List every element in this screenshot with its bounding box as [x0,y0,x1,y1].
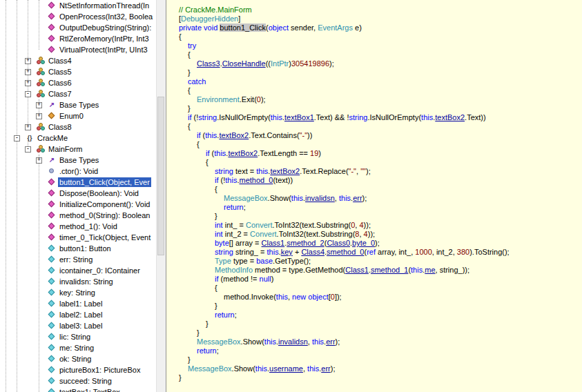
tree-item[interactable]: InitializeComponent(): Void [0,199,157,210]
code-reference-link[interactable]: Class1 [262,239,285,247]
tree-item[interactable]: err: String [0,254,157,265]
code-reference-link[interactable]: Class3 [197,59,220,68]
tree-item[interactable]: -MainForm [0,144,157,155]
tree-item[interactable]: .ctor(): Void [0,166,157,177]
code-line: } [179,68,582,77]
expander-slot: + [25,69,36,75]
tree-item[interactable]: invalidsn: String [0,276,157,287]
code-reference-link[interactable]: CloseHandle [222,59,266,68]
field-icon [47,342,57,353]
tree-item[interactable]: OpenProcess(Int32, Boolea [0,11,157,22]
collapse-icon[interactable]: - [25,146,31,153]
code-reference-link[interactable]: textBox1 [284,113,314,121]
code-reference-link[interactable]: Class0 [327,239,350,247]
code-text: ); [336,337,340,346]
expand-icon[interactable]: + [36,113,42,119]
tree-item[interactable]: +Enum0 [0,110,157,121]
class-icon [36,66,46,77]
code-text: (! [192,113,199,121]
tree-item[interactable]: label2: Label [0,309,157,320]
code-reference-link[interactable]: textBox2 [270,167,300,175]
method-icon [47,22,57,33]
code-keyword: string [215,248,233,256]
tree-item[interactable]: textBox1: TextBox [0,386,157,392]
code-type: Convert [250,230,277,238]
code-reference-link[interactable]: invalidsn [305,194,335,202]
decompiled-code-panel[interactable]: // CrackMe.MainForm[DebuggerHidden]priva… [166,0,582,392]
tree-item[interactable]: label3: Label [0,320,157,331]
tree-item[interactable]: +Class8 [0,121,157,133]
tree-item-label: pictureBox1: PictureBox [58,365,142,375]
code-line: } [179,355,582,364]
tree-item[interactable]: VirtualProtect(IntPtr, UInt3 [0,44,157,55]
code-text: } [188,68,191,77]
tree-item[interactable]: +Class5 [0,66,157,77]
field-icon [47,243,57,254]
code-reference-link[interactable]: textBox2 [228,149,258,157]
collapse-icon[interactable]: - [25,91,31,97]
code-reference-link[interactable]: textBox2 [435,113,465,121]
tree-item[interactable]: NtSetInformationThread(In [0,0,157,11]
code-text: ]); [335,293,342,301]
code-reference-link[interactable]: byte_0 [352,239,375,247]
tree-item-selected[interactable]: button1_Click(Object, Ever [0,177,157,188]
code-reference-link[interactable]: smethod_0 [327,248,364,256]
code-keyword: int [215,230,223,238]
code-reference-link[interactable]: err [353,194,362,202]
tree-item[interactable]: button1: Button [0,243,157,254]
tree-item[interactable]: +↗Base Types [0,155,157,166]
code-reference-link[interactable]: invalidsn [278,337,308,346]
expand-icon[interactable]: + [25,80,31,86]
tree-item[interactable]: +↗Base Types [0,99,157,110]
tree-item[interactable]: pictureBox1: PictureBox [0,364,157,375]
tree-item[interactable]: Dispose(Boolean): Void [0,188,157,199]
code-reference-link[interactable]: method_0 [239,176,273,184]
code-line: { [179,86,582,95]
tree-vertical-scrollbar[interactable] [156,0,166,392]
expander-slot: - [25,146,36,153]
tree-item[interactable]: succeed: String [0,375,157,386]
expand-icon[interactable]: + [25,124,31,130]
code-keyword: int [215,221,223,229]
code-reference-link[interactable]: textBox2 [219,131,249,139]
expand-icon[interactable]: + [25,58,31,64]
tree-item[interactable]: me: String [0,342,157,353]
code-text: .Show( [232,364,255,373]
expand-icon[interactable]: + [36,157,42,164]
tree-item[interactable]: +Class4 [0,55,157,66]
expand-icon[interactable]: + [36,102,42,108]
tree-item[interactable]: lic: String [0,331,157,342]
code-reference-link[interactable]: key [281,248,293,256]
tree-item[interactable]: timer_0_Tick(Object, Event [0,232,157,243]
tree-item[interactable]: method_1(): Void [0,221,157,232]
code-reference-link[interactable]: err [326,337,335,346]
code-line: int int_2 = Convert.ToInt32(text.Substri… [179,230,582,239]
code-line: Environment.Exit(0); [179,95,582,104]
tree-item[interactable]: RtlZeroMemory(IntPtr, Int3 [0,33,157,44]
scrollbar-thumb[interactable] [157,97,164,255]
tree-item[interactable]: key: String [0,287,157,298]
expand-icon[interactable]: + [25,69,31,75]
code-reference-link[interactable]: Class4 [301,248,324,256]
tree-item[interactable]: method_0(String): Boolean [0,210,157,221]
code-keyword: this [214,149,226,157]
code-reference-link[interactable]: smethod_2 [287,239,324,247]
tree-item[interactable]: -{}CrackMe [0,133,157,144]
code-keyword: try [188,41,196,50]
tree-item[interactable]: -Class7 [0,88,157,99]
tree-item[interactable]: OutputDebugString(String): [0,22,157,33]
code-text: .Exit( [240,95,257,104]
code-line: if (!this.method_0(text)) [179,176,582,185]
code-reference-link[interactable]: username [269,364,303,373]
tree-item[interactable]: ok: String [0,353,157,364]
code-reference-link[interactable]: me [425,266,435,274]
code-reference-link[interactable]: smethod_1 [371,266,408,274]
tree-item[interactable]: icontainer_0: IContainer [0,265,157,276]
code-reference-link[interactable]: Class1 [345,266,369,274]
collapse-icon[interactable]: - [14,135,20,141]
tree-item[interactable]: +Class6 [0,77,157,88]
tree-item[interactable]: label1: Label [0,298,157,309]
code-reference-link[interactable]: err [321,364,330,373]
code-text: ).ToString(); [469,248,509,256]
code-keyword: private [179,23,202,32]
